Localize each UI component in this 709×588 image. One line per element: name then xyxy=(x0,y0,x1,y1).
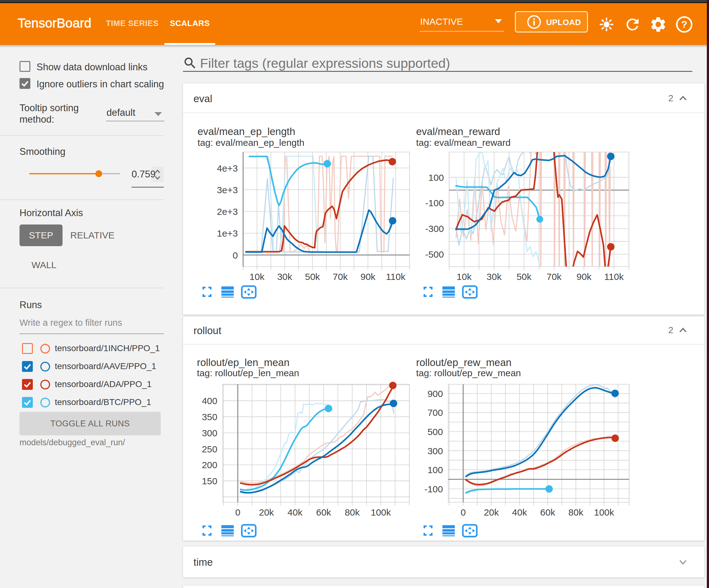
svg-text:10k: 10k xyxy=(457,272,472,282)
svg-text:90k: 90k xyxy=(360,272,375,282)
svg-text:90k: 90k xyxy=(577,272,592,282)
svg-text:60k: 60k xyxy=(540,507,555,517)
svg-text:700: 700 xyxy=(427,408,443,418)
svg-text:100: 100 xyxy=(427,465,443,475)
svg-text:-500: -500 xyxy=(425,249,444,259)
svg-text:0: 0 xyxy=(235,507,241,517)
svg-text:4e+3: 4e+3 xyxy=(217,163,238,173)
svg-text:0: 0 xyxy=(233,250,238,260)
svg-text:100: 100 xyxy=(428,173,444,183)
svg-text:150: 150 xyxy=(202,476,217,486)
svg-text:30k: 30k xyxy=(277,272,292,282)
svg-text:20k: 20k xyxy=(259,507,274,517)
svg-text:10k: 10k xyxy=(250,272,265,282)
svg-text:60k: 60k xyxy=(316,507,331,517)
svg-text:30k: 30k xyxy=(487,272,502,282)
svg-text:-300: -300 xyxy=(425,224,444,234)
svg-text:70k: 70k xyxy=(547,272,561,282)
svg-text:900: 900 xyxy=(427,389,443,399)
svg-text:3e+3: 3e+3 xyxy=(217,185,238,195)
svg-text:80k: 80k xyxy=(569,507,584,517)
svg-text:50k: 50k xyxy=(517,272,532,282)
svg-text:-100: -100 xyxy=(424,484,443,494)
svg-text:350: 350 xyxy=(202,412,217,422)
svg-text:200: 200 xyxy=(202,460,217,470)
svg-text:-100: -100 xyxy=(425,198,444,208)
svg-text:100k: 100k xyxy=(594,507,614,517)
svg-text:110k: 110k xyxy=(604,272,624,282)
svg-text:250: 250 xyxy=(202,444,217,454)
svg-text:500: 500 xyxy=(427,427,443,437)
svg-text:300: 300 xyxy=(427,446,443,456)
svg-text:80k: 80k xyxy=(345,507,360,517)
svg-text:70k: 70k xyxy=(333,272,348,282)
svg-text:400: 400 xyxy=(202,396,217,406)
svg-text:110k: 110k xyxy=(386,272,406,282)
svg-text:100k: 100k xyxy=(371,507,391,517)
svg-text:20k: 20k xyxy=(484,507,499,517)
svg-text:300: 300 xyxy=(202,428,217,438)
svg-text:2e+3: 2e+3 xyxy=(217,207,238,217)
svg-text:1e+3: 1e+3 xyxy=(217,228,238,238)
svg-text:0: 0 xyxy=(461,507,466,517)
svg-text:40k: 40k xyxy=(512,507,527,517)
svg-text:40k: 40k xyxy=(288,507,303,517)
svg-text:50k: 50k xyxy=(305,272,320,282)
